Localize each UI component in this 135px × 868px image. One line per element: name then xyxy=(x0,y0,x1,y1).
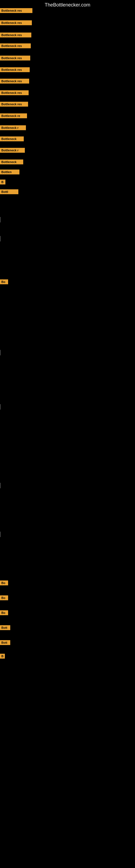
bottleneck-badge[interactable]: Bo xyxy=(0,610,8,615)
bottleneck-badge[interactable]: B xyxy=(0,654,5,659)
divider-line xyxy=(0,532,1,537)
bottleneck-badge[interactable]: Bottleneck res xyxy=(0,102,28,106)
bottleneck-badge[interactable]: Bottleneck res xyxy=(0,33,31,37)
bottleneck-badge[interactable]: Bo xyxy=(0,595,8,600)
bottleneck-badge[interactable]: Bottleneck xyxy=(0,159,23,164)
bottleneck-badge[interactable]: Bottleneck res xyxy=(0,20,32,25)
bottleneck-badge[interactable]: Bottleneck res xyxy=(0,8,32,13)
bottleneck-badge[interactable]: Bottl xyxy=(0,189,18,194)
bottleneck-badge[interactable]: Bottleneck res xyxy=(0,67,30,72)
bottleneck-badge[interactable]: Bottleneck res xyxy=(0,90,29,95)
bottleneck-badge[interactable]: Bottleneck res xyxy=(0,79,29,84)
bottleneck-badge[interactable]: B xyxy=(0,180,5,184)
bottleneck-badge[interactable]: Bottleneck r xyxy=(0,125,26,130)
divider-line xyxy=(0,350,1,355)
bottleneck-badge[interactable]: Bottleneck xyxy=(0,136,24,141)
bottleneck-badge[interactable]: Bott xyxy=(0,640,10,645)
bottleneck-badge[interactable]: Bottlen xyxy=(0,169,19,175)
bottleneck-badge[interactable]: Bottleneck re xyxy=(0,113,27,118)
divider-line xyxy=(0,217,1,222)
bottleneck-badge[interactable]: Bo xyxy=(0,279,8,284)
divider-line xyxy=(0,404,1,410)
bottleneck-badge[interactable]: Bottleneck res xyxy=(0,56,30,61)
divider-line xyxy=(0,483,1,488)
bottleneck-badge[interactable]: Bott xyxy=(0,625,10,630)
bottleneck-badge[interactable]: Bo xyxy=(0,581,8,585)
divider-line xyxy=(0,236,1,241)
bottleneck-badge[interactable]: Bottleneck res xyxy=(0,43,31,48)
bottleneck-badge[interactable]: Bottleneck r xyxy=(0,148,25,153)
